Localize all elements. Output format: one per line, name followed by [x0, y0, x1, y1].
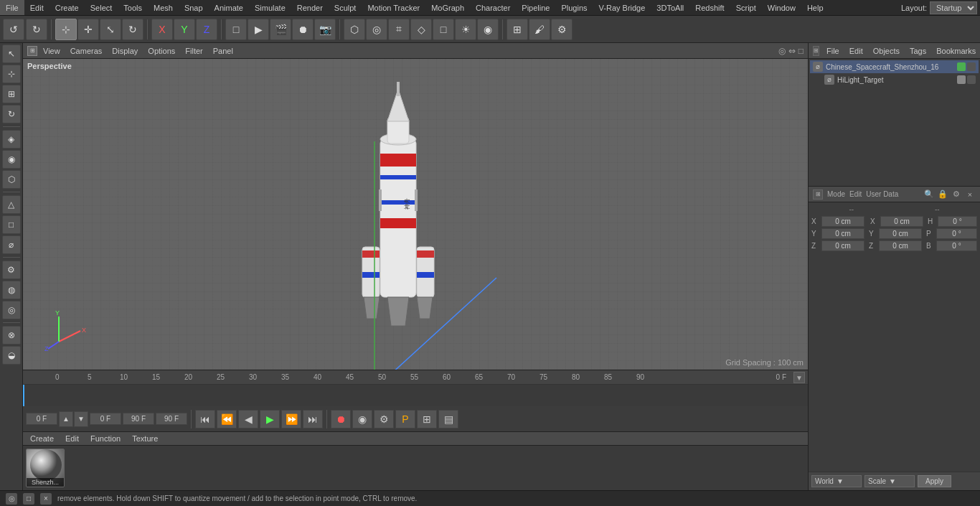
- frame-end-input[interactable]: [123, 413, 154, 425]
- viewport-icon-1[interactable]: ◎: [778, 46, 786, 56]
- mat-menu-function[interactable]: Function: [88, 433, 123, 444]
- menu-vray[interactable]: V-Ray Bridge: [593, 0, 651, 15]
- paint-button[interactable]: 🖌: [529, 19, 550, 40]
- viewport-corner[interactable]: ⊞: [27, 46, 37, 56]
- obj-vis-2[interactable]: [967, 75, 976, 84]
- coord-input-b[interactable]: [936, 240, 977, 251]
- left-tool-11[interactable]: ◎: [2, 301, 21, 319]
- menu-pipeline[interactable]: Pipeline: [516, 0, 555, 15]
- coord-input-p[interactable]: [936, 228, 977, 239]
- left-tool-12[interactable]: ⊗: [2, 326, 21, 345]
- move-tool-button[interactable]: ✛: [77, 19, 99, 40]
- goto-start-button[interactable]: ⏮: [195, 410, 215, 428]
- frame-end2-input[interactable]: [156, 413, 187, 425]
- select-tool-button[interactable]: ⊹: [55, 19, 77, 40]
- play-back-button[interactable]: ◀: [238, 410, 258, 428]
- world-dropdown[interactable]: World ▼: [811, 475, 862, 487]
- scene-tool[interactable]: ◇: [410, 19, 432, 40]
- left-tool-7[interactable]: □: [2, 215, 21, 234]
- attr-close-icon[interactable]: ×: [964, 189, 976, 200]
- frame-options-button[interactable]: ▼: [793, 372, 805, 383]
- viewport-3d[interactable]: Perspective: [23, 59, 808, 370]
- coord-input-pz[interactable]: [821, 240, 864, 251]
- nurbs-tool[interactable]: ◎: [366, 19, 387, 40]
- menu-3dtoall[interactable]: 3DToAll: [651, 0, 689, 15]
- menu-mograph[interactable]: MoGraph: [425, 0, 470, 15]
- coord-input-px[interactable]: [821, 216, 864, 227]
- viewport-icon-2[interactable]: ⇔: [788, 46, 796, 56]
- cube-tool[interactable]: ⬡: [344, 19, 365, 40]
- menu-help[interactable]: Help: [801, 0, 829, 15]
- attr-search-icon[interactable]: 🔍: [923, 189, 935, 200]
- menu-tools[interactable]: Tools: [118, 0, 148, 15]
- menu-character[interactable]: Character: [470, 0, 516, 15]
- menu-edit[interactable]: Edit: [24, 0, 50, 15]
- left-tool-rotate[interactable]: ↻: [2, 105, 21, 123]
- menu-file[interactable]: File: [0, 0, 24, 15]
- attr-panel-corner[interactable]: ⊞: [813, 189, 823, 200]
- goto-end-button[interactable]: ⏭: [303, 410, 323, 428]
- left-tool-5[interactable]: ⬡: [2, 170, 21, 189]
- vp-menu-panel[interactable]: Panel: [209, 45, 237, 57]
- mat-menu-create[interactable]: Create: [27, 433, 57, 444]
- play-forward-button[interactable]: ▶: [260, 410, 280, 428]
- redo-button[interactable]: ↻: [26, 19, 47, 40]
- anim-button[interactable]: ⏺: [292, 19, 314, 40]
- attr-menu-userdata[interactable]: User Data: [866, 190, 898, 198]
- object-item-spacecraft[interactable]: Ø Chinese_Spacecraft_Shenzhou_16: [810, 60, 979, 73]
- undo-button[interactable]: ↺: [3, 19, 24, 40]
- apply-button[interactable]: Apply: [918, 475, 951, 487]
- record-button[interactable]: ⏺: [331, 410, 351, 428]
- menu-script[interactable]: Script: [730, 0, 762, 15]
- camera-tool[interactable]: □: [433, 19, 454, 40]
- scale-dropdown[interactable]: Scale ▼: [864, 475, 915, 487]
- left-tool-move[interactable]: ⊹: [2, 65, 21, 83]
- keyframe-button[interactable]: ◉: [352, 410, 372, 428]
- vp-menu-options[interactable]: Options: [143, 45, 179, 57]
- next-frame-button[interactable]: ⏩: [281, 410, 301, 428]
- frame-start-input[interactable]: [90, 413, 121, 425]
- mat-menu-edit[interactable]: Edit: [62, 433, 82, 444]
- material-item-shenzhou[interactable]: Shenzh...: [26, 449, 65, 487]
- menu-snap[interactable]: Snap: [179, 0, 209, 15]
- object-item-hilight[interactable]: Ø HiLight_Target: [810, 73, 979, 86]
- timeline-track[interactable]: [23, 385, 808, 406]
- left-tool-arrow[interactable]: ↖: [2, 44, 21, 63]
- menu-animate[interactable]: Animate: [209, 0, 249, 15]
- left-tool-10[interactable]: ◍: [2, 281, 21, 299]
- object-mode-button[interactable]: □: [225, 19, 247, 40]
- viewport-icon-3[interactable]: □: [798, 46, 804, 56]
- frame-up-button[interactable]: ▲: [59, 411, 73, 427]
- left-tool-scale[interactable]: ⊞: [2, 85, 21, 103]
- coord-input-sx[interactable]: [880, 216, 923, 227]
- left-tool-4[interactable]: ◉: [2, 150, 21, 169]
- attr-lock-icon[interactable]: 🔒: [937, 189, 948, 200]
- scale-tool-button[interactable]: ⤡: [100, 19, 121, 40]
- menu-window[interactable]: Window: [762, 0, 801, 15]
- vp-menu-display[interactable]: Display: [108, 45, 142, 57]
- left-tool-6[interactable]: △: [2, 195, 21, 214]
- menu-plugins[interactable]: Plugins: [555, 0, 593, 15]
- render-button[interactable]: 🎬: [270, 19, 291, 40]
- menu-sculpt[interactable]: Sculpt: [329, 0, 362, 15]
- x-axis-button[interactable]: X: [151, 19, 173, 40]
- coord-input-sy[interactable]: [879, 228, 922, 239]
- menu-simulate[interactable]: Simulate: [249, 0, 291, 15]
- vp-menu-cameras[interactable]: Cameras: [66, 45, 107, 57]
- obj-vis-1[interactable]: [967, 62, 976, 71]
- menu-motion-tracker[interactable]: Motion Tracker: [362, 0, 425, 15]
- obj-menu-file[interactable]: File: [824, 45, 842, 57]
- z-axis-button[interactable]: Z: [196, 19, 217, 40]
- attr-menu-edit[interactable]: Edit: [849, 190, 862, 198]
- attr-menu-mode[interactable]: Mode: [827, 190, 845, 198]
- left-tool-8[interactable]: ⌀: [2, 235, 21, 254]
- grid-button[interactable]: ⊞: [417, 410, 437, 428]
- motion-button[interactable]: ▤: [438, 410, 458, 428]
- obj-menu-tags[interactable]: Tags: [907, 45, 929, 57]
- obj-menu-objects[interactable]: Objects: [870, 45, 903, 57]
- vp-menu-view[interactable]: View: [39, 45, 65, 57]
- coord-input-sz[interactable]: [879, 240, 922, 251]
- obj-menu-bookmarks[interactable]: Bookmarks: [933, 45, 979, 57]
- coord-input-py[interactable]: [821, 228, 864, 239]
- menu-mesh[interactable]: Mesh: [148, 0, 179, 15]
